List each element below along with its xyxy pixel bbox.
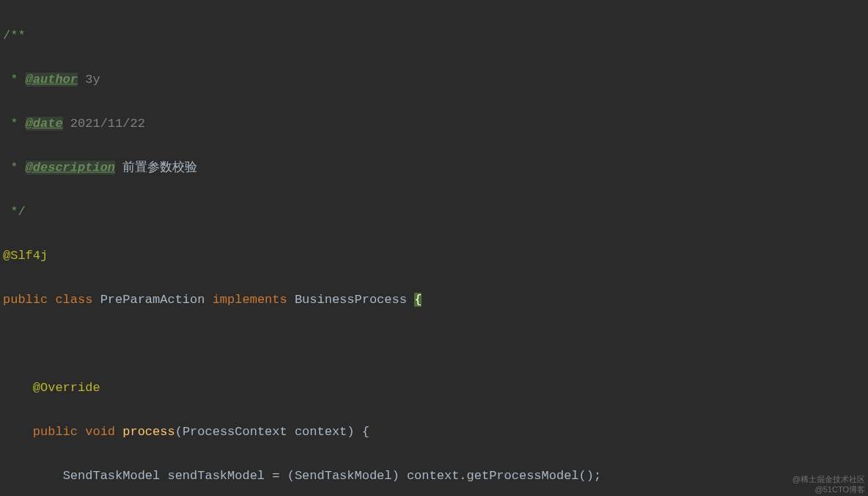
doc-date-val: 2021/11/22 (70, 117, 145, 131)
annotation-line: @Slf4j (3, 245, 868, 267)
doc-date-line: * @date 2021/11/22 (3, 113, 868, 135)
doc-close: */ (3, 205, 26, 219)
interface-name: BusinessProcess (295, 293, 407, 307)
method-name: process (122, 425, 174, 439)
code-editor[interactable]: /** * @author 3y * @date 2021/11/22 * @d… (0, 0, 868, 496)
override-line: @Override (3, 377, 868, 399)
class-decl-line: public class PreParamAction implements B… (3, 289, 868, 311)
doc-desc-val: 前置参数校验 (122, 161, 197, 175)
slf4j-annotation: @Slf4j (3, 249, 48, 263)
doc-date-tag: @date (26, 117, 63, 131)
watermark-line-1: @稀土掘金技术社区 (792, 474, 865, 484)
override-annotation: @Override (33, 381, 100, 395)
doc-desc-tag: @description (26, 161, 115, 175)
method-decl-line: public void process(ProcessContext conte… (3, 421, 868, 443)
doc-author-line: * @author 3y (3, 69, 868, 91)
doc-desc-line: * @description 前置参数校验 (3, 157, 868, 179)
doc-open: /** (3, 29, 26, 43)
class-open-brace: { (414, 293, 422, 307)
doc-author-tag: @author (26, 73, 78, 87)
watermark: @稀土掘金技术社区 @51CTO博客 (792, 474, 865, 495)
stmt-sendtaskmodel: SendTaskModel sendTaskModel = (SendTaskM… (3, 465, 868, 487)
doc-author-val: 3y (85, 73, 100, 87)
blank-line (3, 333, 868, 355)
class-name: PreParamAction (100, 293, 205, 307)
watermark-line-2: @51CTO博客 (792, 484, 865, 495)
doc-close-line: */ (3, 201, 868, 223)
doc-open-line: /** (3, 25, 868, 47)
